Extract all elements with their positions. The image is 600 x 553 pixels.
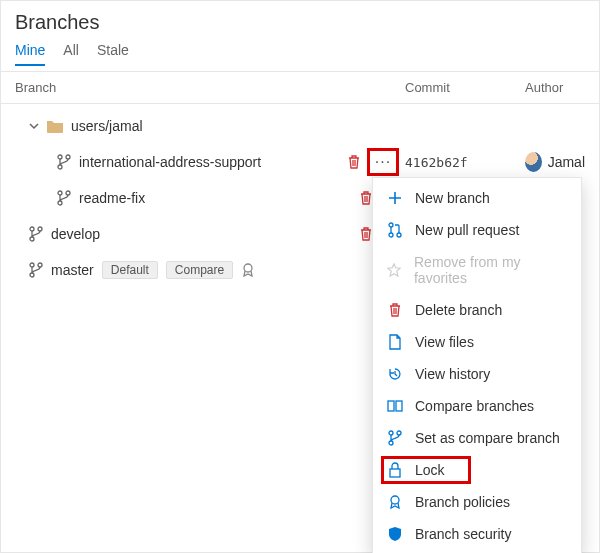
- table-row[interactable]: international-address-support ··· 4162b6…: [1, 144, 599, 180]
- delete-icon[interactable]: [347, 154, 361, 170]
- branch-name[interactable]: develop: [51, 226, 100, 242]
- svg-point-22: [391, 496, 399, 504]
- menu-delete-branch[interactable]: Delete branch: [373, 294, 581, 326]
- svg-point-12: [244, 264, 252, 272]
- menu-label: Lock: [415, 462, 445, 478]
- menu-branch-policies[interactable]: Branch policies: [373, 486, 581, 518]
- menu-label: Remove from my favorites: [414, 254, 567, 286]
- menu-remove-fav: Remove from my favorites: [373, 246, 581, 294]
- chevron-down-icon[interactable]: [29, 121, 39, 131]
- svg-point-7: [38, 227, 42, 231]
- branch-icon: [29, 226, 43, 242]
- svg-point-6: [30, 227, 34, 231]
- branch-icon: [387, 430, 403, 446]
- svg-point-13: [389, 223, 393, 227]
- svg-rect-21: [390, 469, 400, 477]
- avatar: [525, 152, 542, 172]
- default-badge: Default: [102, 261, 158, 279]
- medal-icon: [241, 262, 255, 278]
- svg-point-14: [397, 233, 401, 237]
- branch-icon: [57, 154, 71, 170]
- svg-point-9: [30, 263, 34, 267]
- svg-rect-16: [388, 401, 394, 411]
- svg-point-20: [389, 441, 393, 445]
- branch-name[interactable]: master: [51, 262, 94, 278]
- menu-label: Branch policies: [415, 494, 510, 510]
- shield-icon: [387, 526, 403, 542]
- svg-point-15: [389, 233, 393, 237]
- branch-icon: [29, 262, 43, 278]
- table-header: Branch Commit Author: [1, 72, 599, 104]
- pull-request-icon: [387, 222, 403, 238]
- tab-mine[interactable]: Mine: [15, 42, 45, 66]
- svg-point-2: [58, 165, 62, 169]
- menu-lock[interactable]: Lock: [373, 454, 581, 486]
- folder-icon: [47, 119, 63, 133]
- tab-all[interactable]: All: [63, 42, 79, 65]
- svg-point-18: [389, 431, 393, 435]
- svg-point-8: [30, 237, 34, 241]
- lock-icon: [387, 462, 403, 478]
- menu-label: New branch: [415, 190, 490, 206]
- menu-set-compare[interactable]: Set as compare branch: [373, 422, 581, 454]
- svg-point-5: [58, 201, 62, 205]
- svg-point-19: [397, 431, 401, 435]
- folder-name: users/jamal: [71, 118, 143, 134]
- menu-label: View history: [415, 366, 490, 382]
- tabs: Mine All Stale: [1, 42, 599, 72]
- menu-branch-security[interactable]: Branch security: [373, 518, 581, 550]
- menu-label: View files: [415, 334, 474, 350]
- svg-point-11: [30, 273, 34, 277]
- context-menu: New branch New pull request Remove from …: [372, 177, 582, 553]
- menu-label: New pull request: [415, 222, 519, 238]
- branch-name[interactable]: readme-fix: [79, 190, 145, 206]
- trash-icon: [387, 302, 403, 318]
- svg-point-1: [66, 155, 70, 159]
- menu-view-files[interactable]: View files: [373, 326, 581, 358]
- col-commit[interactable]: Commit: [405, 80, 525, 95]
- menu-label: Delete branch: [415, 302, 502, 318]
- history-icon: [387, 366, 403, 382]
- menu-label: Set as compare branch: [415, 430, 560, 446]
- menu-label: Branch security: [415, 526, 511, 542]
- compare-badge: Compare: [166, 261, 233, 279]
- commit-hash[interactable]: 4162b62f: [405, 155, 525, 170]
- plus-icon: [387, 191, 403, 205]
- branch-name[interactable]: international-address-support: [79, 154, 261, 170]
- svg-point-4: [66, 191, 70, 195]
- file-icon: [387, 334, 403, 350]
- svg-point-0: [58, 155, 62, 159]
- more-button[interactable]: ···: [369, 150, 397, 174]
- menu-new-branch[interactable]: New branch: [373, 182, 581, 214]
- delete-icon[interactable]: [359, 226, 373, 242]
- menu-label: Compare branches: [415, 398, 534, 414]
- menu-new-pr[interactable]: New pull request: [373, 214, 581, 246]
- star-icon: [387, 263, 402, 277]
- author-name: Jamal: [548, 154, 585, 170]
- svg-point-10: [38, 263, 42, 267]
- menu-compare-branches[interactable]: Compare branches: [373, 390, 581, 422]
- page-title: Branches: [15, 11, 585, 34]
- svg-point-3: [58, 191, 62, 195]
- delete-icon[interactable]: [359, 190, 373, 206]
- tab-stale[interactable]: Stale: [97, 42, 129, 65]
- compare-icon: [387, 400, 403, 412]
- col-branch[interactable]: Branch: [15, 80, 405, 95]
- medal-icon: [387, 494, 403, 510]
- col-author[interactable]: Author: [525, 80, 585, 95]
- branch-icon: [57, 190, 71, 206]
- menu-view-history[interactable]: View history: [373, 358, 581, 390]
- svg-rect-17: [396, 401, 402, 411]
- folder-row[interactable]: users/jamal: [1, 108, 599, 144]
